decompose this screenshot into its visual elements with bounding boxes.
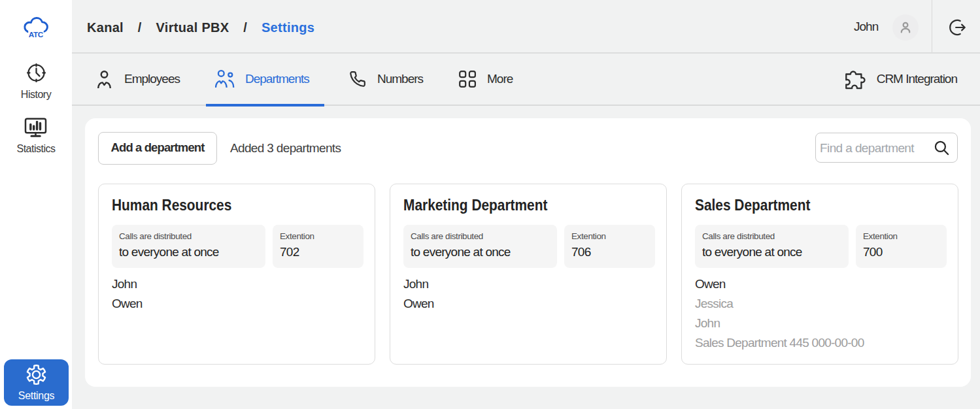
svg-text:ATC: ATC — [29, 29, 44, 38]
